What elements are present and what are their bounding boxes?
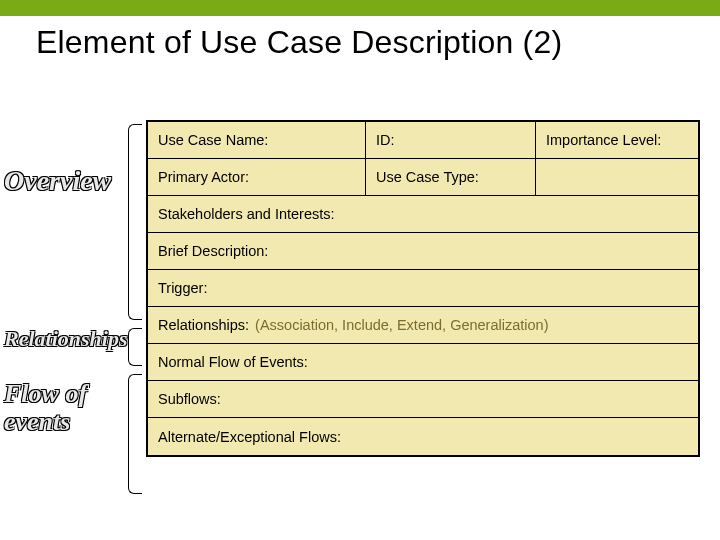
- label-flow-of-events: Flow of events: [4, 380, 136, 435]
- table-row: Primary Actor: Use Case Type:: [148, 159, 698, 196]
- slide: Element of Use Case Description (2) Over…: [0, 0, 720, 540]
- table-row: Trigger:: [148, 270, 698, 307]
- use-case-table: Use Case Name: ID: Importance Level: Pri…: [146, 120, 700, 457]
- cell-use-case-name: Use Case Name:: [148, 122, 366, 158]
- brace-relationships: [128, 328, 142, 366]
- table-row: Use Case Name: ID: Importance Level:: [148, 122, 698, 159]
- table-row: Relationships: (Association, Include, Ex…: [148, 307, 698, 344]
- brace-flow: [128, 374, 142, 494]
- table-row: Subflows:: [148, 381, 698, 418]
- cell-importance-level: Importance Level:: [536, 122, 698, 158]
- cell-normal-flow: Normal Flow of Events:: [148, 344, 698, 380]
- table-row: Brief Description:: [148, 233, 698, 270]
- cell-relationships: Relationships: (Association, Include, Ex…: [148, 307, 698, 343]
- cell-alternate-flows: Alternate/Exceptional Flows:: [148, 418, 698, 455]
- cell-use-case-type: Use Case Type:: [366, 159, 536, 195]
- table-row: Stakeholders and Interests:: [148, 196, 698, 233]
- cell-stakeholders: Stakeholders and Interests:: [148, 196, 698, 232]
- label-flow-line1: Flow of: [4, 379, 87, 408]
- side-labels: Overview Relationships Flow of events: [4, 120, 136, 435]
- table-row: Normal Flow of Events:: [148, 344, 698, 381]
- cell-id: ID:: [366, 122, 536, 158]
- page-title: Element of Use Case Description (2): [36, 24, 562, 61]
- label-overview: Overview: [4, 166, 136, 195]
- cell-brief-description: Brief Description:: [148, 233, 698, 269]
- label-relationships: Relationships: [4, 327, 136, 350]
- label-flow-line2: events: [4, 407, 70, 436]
- cell-primary-actor: Primary Actor:: [148, 159, 366, 195]
- table-row: Alternate/Exceptional Flows:: [148, 418, 698, 455]
- accent-bar: [0, 0, 720, 16]
- cell-relationships-detail: (Association, Include, Extend, Generaliz…: [255, 317, 548, 333]
- cell-empty: [536, 159, 698, 195]
- cell-trigger: Trigger:: [148, 270, 698, 306]
- brace-overview: [128, 124, 142, 320]
- cell-relationships-label: Relationships:: [158, 317, 249, 333]
- cell-subflows: Subflows:: [148, 381, 698, 417]
